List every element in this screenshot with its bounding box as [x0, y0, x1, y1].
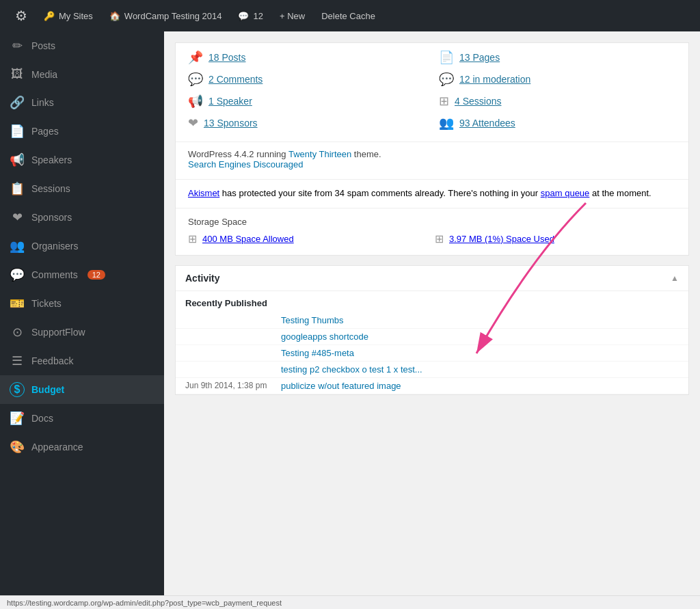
stat-moderation[interactable]: 💬 12 in moderation	[439, 72, 676, 87]
delete-cache-label: Delete Cache	[321, 11, 375, 21]
links-icon: 🔗	[10, 95, 25, 110]
comments-count-stat[interactable]: 2 Comments	[208, 74, 262, 85]
sidebar-item-label: Sessions	[31, 183, 70, 194]
stat-posts[interactable]: 📌 18 Posts	[188, 50, 425, 65]
organisers-icon: 👥	[10, 239, 25, 254]
sidebar-item-budget[interactable]: $ Budget	[0, 375, 164, 404]
akismet-suffix: at the moment.	[592, 188, 651, 198]
storage-allowed-icon: ⊞	[188, 232, 197, 245]
sponsors-stat-icon: ❤	[188, 116, 198, 131]
activity-link[interactable]: publicize w/out featured image	[281, 381, 401, 391]
storage-allowed-link[interactable]: 400 MB Space Allowed	[202, 234, 294, 244]
activity-date	[185, 331, 281, 342]
sidebar-item-label: Budget	[31, 384, 64, 395]
sessions-count[interactable]: 4 Sessions	[455, 96, 501, 107]
activity-row: Jun 9th 2014, 1:38 pm publicize w/out fe…	[176, 378, 688, 394]
moderation-count[interactable]: 12 in moderation	[459, 74, 530, 85]
activity-date	[185, 348, 281, 358]
sidebar-item-sessions[interactable]: 📋 Sessions	[0, 174, 164, 203]
sidebar-item-sponsors[interactable]: ❤ Sponsors	[0, 203, 164, 232]
storage-used: ⊞ 3.97 MB (1%) Space Used	[435, 232, 676, 245]
stat-sponsors[interactable]: ❤ 13 Sponsors	[188, 116, 425, 131]
stat-speaker[interactable]: 📢 1 Speaker	[188, 94, 425, 109]
sidebar-item-appearance[interactable]: 🎨 Appearance	[0, 433, 164, 461]
sidebar-item-label: Organisers	[31, 241, 78, 252]
attendees-count[interactable]: 93 Attendees	[459, 118, 515, 128]
site-name-label: WordCamp Testing 2014	[124, 11, 222, 21]
status-url: https://testing.wordcamp.org/wp-admin/ed…	[7, 599, 282, 607]
sidebar-item-label: Docs	[31, 413, 53, 424]
wp-logo-button[interactable]: ⚙	[8, 0, 34, 31]
stat-comments[interactable]: 💬 2 Comments	[188, 72, 425, 87]
stats-widget: 📌 18 Posts 📄 13 Pages 💬 2 Comments 💬 12 …	[175, 42, 689, 256]
feedback-icon: ☰	[10, 353, 25, 368]
sidebar-item-pages[interactable]: 📄 Pages	[0, 117, 164, 146]
activity-row: Testing Thumbs	[176, 312, 688, 329]
comments-sidebar-icon: 💬	[10, 267, 25, 282]
sidebar-item-docs[interactable]: 📝 Docs	[0, 404, 164, 433]
theme-link[interactable]: Twenty Thirteen	[288, 149, 351, 159]
sidebar-item-label: Speakers	[31, 154, 72, 165]
activity-date	[185, 315, 281, 325]
sidebar-item-label: Appearance	[31, 442, 83, 452]
recently-published-title: Recently Published	[176, 291, 688, 312]
sidebar-item-label: Feedback	[31, 355, 73, 366]
sidebar-item-posts[interactable]: ✏ Posts	[0, 31, 164, 60]
activity-date	[185, 364, 281, 375]
comments-icon: 💬	[238, 11, 249, 21]
supportflow-icon: ⊙	[10, 325, 25, 340]
delete-cache-button[interactable]: Delete Cache	[314, 0, 382, 31]
stats-grid: 📌 18 Posts 📄 13 Pages 💬 2 Comments 💬 12 …	[176, 43, 688, 141]
moderation-stat-icon: 💬	[439, 72, 454, 87]
sessions-icon: 📋	[10, 181, 25, 196]
comments-button[interactable]: 💬 12	[231, 0, 269, 31]
sidebar-item-comments[interactable]: 💬 Comments 12	[0, 260, 164, 289]
sidebar-item-budget-container: $ Budget Sponsor Invoices Reimbursements…	[0, 375, 164, 404]
sponsors-icon: ❤	[10, 210, 25, 225]
attendees-stat-icon: 👥	[439, 116, 454, 131]
my-sites-button[interactable]: 🔑 My Sites	[37, 0, 100, 31]
sidebar-item-label: Pages	[31, 126, 59, 137]
sidebar-item-tickets[interactable]: 🎫 Tickets	[0, 289, 164, 318]
sidebar-item-feedback[interactable]: ☰ Feedback	[0, 347, 164, 375]
sidebar-item-label: Posts	[31, 40, 55, 51]
admin-bar: ⚙ 🔑 My Sites 🏠 WordCamp Testing 2014 💬 1…	[0, 0, 700, 31]
activity-title: Activity	[185, 273, 220, 284]
speaker-count[interactable]: 1 Speaker	[208, 96, 252, 107]
tickets-icon: 🎫	[10, 296, 25, 311]
sidebar-item-label: Comments	[31, 269, 78, 280]
theme-suffix: theme.	[354, 149, 381, 159]
spam-queue-link[interactable]: spam queue	[541, 188, 590, 198]
site-name-button[interactable]: 🏠 WordCamp Testing 2014	[103, 0, 229, 31]
storage-used-icon: ⊞	[435, 232, 444, 245]
posts-stat-icon: 📌	[188, 50, 203, 65]
new-button[interactable]: + New	[273, 0, 312, 31]
posts-count[interactable]: 18 Posts	[208, 52, 245, 63]
sidebar-item-media[interactable]: 🖼 Media	[0, 60, 164, 88]
activity-row: Testing #485-meta	[176, 345, 688, 362]
sidebar-item-label: Links	[31, 97, 54, 108]
sidebar-item-organisers[interactable]: 👥 Organisers	[0, 232, 164, 260]
sidebar-item-speakers[interactable]: 📢 Speakers	[0, 146, 164, 174]
activity-widget-header[interactable]: Activity ▲	[176, 266, 688, 291]
stat-attendees[interactable]: 👥 93 Attendees	[439, 116, 676, 131]
activity-link[interactable]: Testing Thumbs	[281, 315, 344, 325]
sidebar-item-links[interactable]: 🔗 Links	[0, 88, 164, 117]
akismet-link[interactable]: Akismet	[188, 188, 219, 198]
my-sites-icon: 🔑	[44, 11, 55, 21]
stat-pages[interactable]: 📄 13 Pages	[439, 50, 676, 65]
pages-count[interactable]: 13 Pages	[459, 52, 500, 63]
collapse-icon[interactable]: ▲	[671, 273, 679, 283]
speaker-stat-icon: 📢	[188, 94, 203, 109]
storage-section: Storage Space ⊞ 400 MB Space Allowed ⊞ 3…	[176, 208, 688, 255]
activity-link[interactable]: googleapps shortcode	[281, 331, 368, 342]
search-engines-link[interactable]: Search Engines Discouraged	[188, 159, 303, 170]
stat-sessions[interactable]: ⊞ 4 Sessions	[439, 94, 676, 109]
storage-used-link[interactable]: 3.97 MB (1%) Space Used	[449, 234, 554, 244]
activity-link[interactable]: testing p2 checkbox o test 1 x test...	[281, 364, 422, 375]
activity-link[interactable]: Testing #485-meta	[281, 348, 354, 358]
sidebar-item-supportflow[interactable]: ⊙ SupportFlow	[0, 318, 164, 347]
wp-info-text: WordPress 4.4.2 running	[188, 149, 286, 159]
sponsors-count[interactable]: 13 Sponsors	[204, 118, 258, 128]
wp-logo-icon: ⚙	[15, 8, 27, 24]
